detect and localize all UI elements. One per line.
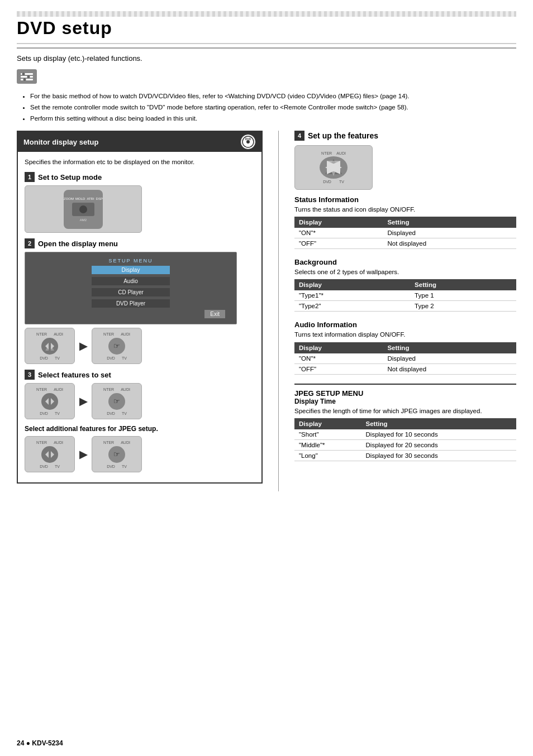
step1-remote-image: ZOOMMOLDATRIDSP AM2 — [25, 185, 142, 233]
step3b-ctrl-right: NTERAUDI ☞ DVDTV — [92, 436, 142, 472]
jpeg-col-display: Display — [294, 418, 361, 429]
status-desc: Turns the status and icon display ON/OFF… — [294, 205, 516, 214]
table-cell: Displayed — [383, 228, 516, 238]
table-cell: "Type1"* — [294, 290, 410, 301]
step3-ctrl-left: NTERAUDI DVDTV — [25, 383, 75, 419]
svg-rect-1 — [21, 76, 33, 78]
svg-point-4 — [27, 75, 30, 78]
bullet-list: For the basic method of how to watch DVD… — [22, 92, 516, 123]
table-cell: "Type2" — [294, 301, 410, 312]
table-cell: "Middle"* — [294, 439, 361, 450]
svg-rect-11 — [49, 341, 51, 352]
jpeg-table: Display Setting "Short" Displayed for 10… — [294, 418, 516, 461]
step4-heading: 4 Set up the features — [294, 131, 516, 141]
page-footer: 24 ● KDV-5234 — [17, 739, 63, 747]
audio-heading: Audio Information — [294, 320, 516, 329]
svg-text:☞: ☞ — [113, 397, 120, 405]
background-heading: Background — [294, 258, 516, 266]
main-content: Monitor display setup DVD Specifies the … — [17, 131, 516, 491]
svg-text:☞: ☞ — [113, 450, 120, 458]
arrow2-icon: ▶ — [79, 448, 87, 461]
step4-num: 4 — [294, 131, 304, 141]
page-number: 24 — [17, 739, 24, 747]
jpeg-desc: Specifies the length of time for which J… — [294, 406, 516, 415]
step1-heading: 1 Set to Setup mode — [25, 172, 255, 182]
step2-ctrl-row: NTERAUDI DVDTV ▶ — [25, 328, 255, 364]
svg-text:☞: ☞ — [113, 342, 120, 350]
background-table: Display Setting "Type1"* Type 1 "Type2" … — [294, 279, 516, 312]
background-section: Background Selects one of 2 types of wal… — [294, 258, 516, 312]
page: DVD setup Sets up display (etc.)-related… — [0, 0, 533, 756]
table-row: "Long" Displayed for 30 seconds — [294, 450, 516, 461]
jpeg-divider: JPEG SETUP MENU Display Time Specifies t… — [294, 384, 516, 461]
section-title: Monitor display setup — [23, 138, 98, 146]
table-row: "Type1"* Type 1 — [294, 290, 516, 301]
svg-marker-18 — [45, 451, 49, 458]
svg-text:DVD: DVD — [245, 137, 251, 141]
step4-label: Set up the features — [308, 131, 378, 140]
jpeg-section-title: JPEG SETUP MENU — [294, 389, 516, 398]
table-cell: "ON"* — [294, 353, 383, 364]
table-row: "Short" Displayed for 10 seconds — [294, 429, 516, 440]
table-cell: "Short" — [294, 429, 361, 440]
step3-num: 3 — [25, 370, 35, 380]
background-desc: Selects one of 2 types of wallpapers. — [294, 267, 516, 276]
table-row: "OFF" Not displayed — [294, 238, 516, 249]
table-cell: Displayed for 10 seconds — [361, 429, 516, 440]
ctrl-left: NTERAUDI DVDTV — [25, 328, 75, 364]
setup-menu-image: SETUP MENU Display Audio CD Player DVD P… — [25, 252, 237, 324]
step4-ctrl-image: NTERAUDI DVDTV — [294, 145, 516, 190]
table-cell: Not displayed — [383, 363, 516, 374]
step3-ctrl-row: NTERAUDI DVDTV ▶ NTERAUDI — [25, 383, 255, 419]
model-number: KDV-5234 — [32, 739, 63, 747]
audio-info-section: Audio Information Turns text information… — [294, 320, 516, 374]
step2-num: 2 — [25, 238, 35, 248]
step2-label: Open the display menu — [38, 240, 118, 248]
table-row: "ON"* Displayed — [294, 353, 516, 364]
step1-num: 1 — [25, 172, 35, 182]
settings-icon — [17, 69, 37, 84]
status-info-section: Status Information Turns the status and … — [294, 195, 516, 249]
svg-marker-16 — [51, 398, 54, 405]
section-title-bar: Monitor display setup DVD — [18, 132, 261, 152]
step3-ctrl-right: NTERAUDI ☞ DVDTV — [92, 383, 142, 419]
table-cell: Displayed for 20 seconds — [361, 439, 516, 450]
ctrl-right: NTERAUDI ☞ DVDTV — [92, 328, 142, 364]
monitor-section: Monitor display setup DVD Specifies the … — [17, 131, 263, 484]
table-cell: "Long" — [294, 450, 361, 461]
step3b-ctrl-row: NTERAUDI DVDTV ▶ NTERAUDI — [25, 436, 255, 472]
step3b-ctrl-left: NTERAUDI DVDTV — [25, 436, 75, 472]
table-cell: "ON"* — [294, 228, 383, 238]
status-col-setting: Setting — [383, 217, 516, 228]
step3-subtext: Select additional features for JPEG setu… — [25, 425, 255, 433]
table-cell: "OFF" — [294, 363, 383, 374]
table-cell: Type 2 — [410, 301, 516, 312]
status-heading: Status Information — [294, 195, 516, 204]
arrow-right-icon: ▶ — [79, 340, 87, 352]
status-col-display: Display — [294, 217, 383, 228]
table-row: "ON"* Displayed — [294, 228, 516, 238]
table-cell: Displayed — [383, 353, 516, 364]
bullet-item: Perform this setting without a disc bein… — [30, 114, 516, 123]
table-row: "OFF" Not displayed — [294, 363, 516, 374]
svg-point-5 — [23, 78, 26, 81]
bg-col-setting: Setting — [410, 279, 516, 290]
audio-col-display: Display — [294, 342, 383, 353]
svg-marker-15 — [45, 398, 49, 405]
bullet-item: Set the remote controller mode switch to… — [30, 103, 516, 112]
footer-separator: ● — [26, 739, 32, 747]
table-row: "Type2" Type 2 — [294, 301, 516, 312]
svg-rect-2 — [21, 79, 33, 80]
left-column: Monitor display setup DVD Specifies the … — [17, 131, 263, 491]
jpeg-setup-section: JPEG SETUP MENU Display Time Specifies t… — [294, 384, 516, 461]
step3-label: Select features to set — [38, 371, 111, 379]
arrow-icon: ▶ — [79, 395, 87, 408]
jpeg-subtitle: Display Time — [294, 398, 516, 405]
table-cell: Type 1 — [410, 290, 516, 301]
right-column: 4 Set up the features NTERAUDI — [294, 131, 516, 470]
column-divider — [278, 131, 279, 491]
table-cell: Displayed for 30 seconds — [361, 450, 516, 461]
dvd-badge: DVD — [240, 134, 256, 150]
page-subtitle: Sets up display (etc.)-related functions… — [17, 54, 516, 63]
step1-label: Set to Setup mode — [38, 173, 102, 181]
